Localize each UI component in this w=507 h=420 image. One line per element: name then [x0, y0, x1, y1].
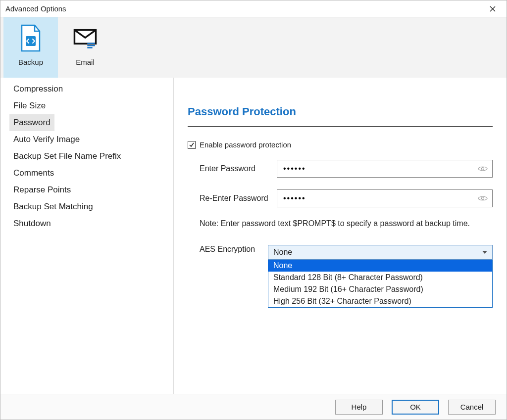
enable-password-row: Enable password protection — [188, 140, 493, 149]
aes-option-none[interactable]: None — [268, 260, 492, 272]
cancel-button-label: Cancel — [460, 403, 484, 411]
window-title: Advanced Options — [5, 4, 66, 13]
eye-icon[interactable] — [478, 164, 488, 174]
sidebar-item-reparse-points[interactable]: Reparse Points — [9, 182, 75, 198]
ribbon-tab-email[interactable]: Email — [58, 17, 112, 78]
sidebar-item-compression[interactable]: Compression — [9, 81, 67, 97]
enter-password-label: Enter Password — [188, 164, 277, 173]
enable-password-checkbox[interactable] — [188, 141, 196, 149]
sidebar-item-file-size[interactable]: File Size — [9, 97, 50, 114]
svg-rect-5 — [87, 45, 95, 47]
button-bar: Help OK Cancel — [0, 394, 507, 420]
content-area: Compression File Size Password Auto Veri… — [0, 78, 507, 394]
sidebar-item-comments[interactable]: Comments — [9, 165, 58, 182]
dialog-window: Advanced Options Backup — [0, 0, 507, 420]
help-button-label: Help — [352, 403, 367, 411]
aes-option-medium-192[interactable]: Medium 192 Bit (16+ Character Password) — [268, 283, 492, 295]
svg-point-8 — [482, 197, 484, 200]
aes-encryption-selected-value: None — [273, 248, 292, 257]
ribbon-tab-backup-label: Backup — [18, 58, 43, 66]
help-button[interactable]: Help — [335, 400, 383, 415]
sidebar-item-filename-prefix[interactable]: Backup Set File Name Prefix — [9, 148, 125, 165]
close-icon — [490, 6, 496, 12]
svg-rect-4 — [87, 43, 95, 44]
sidebar: Compression File Size Password Auto Veri… — [0, 78, 174, 394]
panel-heading: Password Protection — [188, 105, 493, 118]
enter-password-input[interactable] — [277, 160, 493, 178]
aes-encryption-row: AES Encryption None None Standard 128 Bi… — [188, 245, 493, 260]
aes-option-standard-128[interactable]: Standard 128 Bit (8+ Character Password) — [268, 272, 492, 283]
ribbon: Backup Email — [0, 17, 507, 78]
aes-option-high-256[interactable]: High 256 Bit (32+ Character Password) — [268, 295, 492, 307]
sidebar-item-shutdown[interactable]: Shutdown — [9, 215, 55, 232]
ribbon-tab-email-label: Email — [76, 58, 95, 66]
svg-rect-6 — [87, 47, 92, 48]
cancel-button[interactable]: Cancel — [448, 400, 496, 415]
aes-encryption-select[interactable]: None — [268, 245, 493, 260]
sidebar-item-backup-set-matching[interactable]: Backup Set Matching — [9, 198, 97, 215]
aes-encryption-label: AES Encryption — [188, 245, 277, 254]
enable-password-label: Enable password protection — [200, 140, 291, 149]
password-note: Note: Enter password text $PROMPT$ to sp… — [188, 219, 493, 228]
ribbon-tab-backup[interactable]: Backup — [3, 17, 58, 78]
enter-password-row: Enter Password — [188, 160, 493, 178]
eye-icon[interactable] — [478, 193, 488, 203]
reenter-password-input[interactable] — [277, 189, 493, 207]
reenter-password-label: Re-Enter Password — [188, 194, 277, 203]
svg-point-7 — [482, 168, 484, 170]
sidebar-item-auto-verify[interactable]: Auto Verify Image — [9, 131, 84, 148]
sidebar-item-password[interactable]: Password — [9, 114, 54, 131]
main-panel: Password Protection Enable password prot… — [174, 78, 507, 394]
titlebar: Advanced Options — [0, 0, 507, 17]
ok-button-label: OK — [410, 403, 421, 411]
panel-divider — [188, 126, 493, 127]
checkmark-icon — [189, 142, 195, 148]
close-button[interactable] — [484, 0, 502, 17]
email-icon — [73, 23, 98, 53]
backup-file-icon — [18, 23, 43, 53]
reenter-password-row: Re-Enter Password — [188, 189, 493, 207]
ok-button[interactable]: OK — [392, 400, 439, 415]
aes-encryption-dropdown: None Standard 128 Bit (8+ Character Pass… — [268, 260, 493, 308]
chevron-down-icon — [482, 251, 487, 254]
